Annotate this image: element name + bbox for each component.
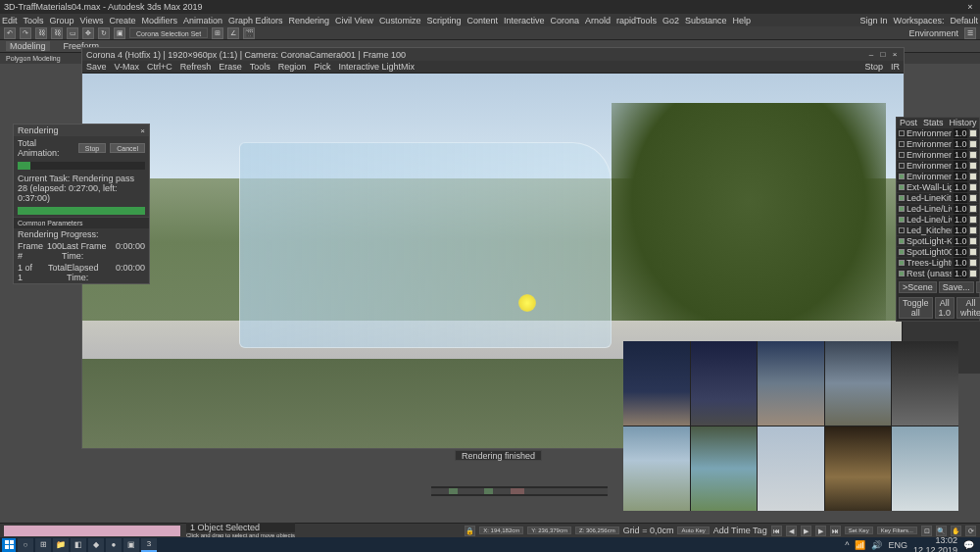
tray-volume-icon[interactable]: 🔊 bbox=[871, 540, 882, 550]
vfb-erase-button[interactable]: Erase bbox=[219, 62, 242, 72]
lightmix-row[interactable]: SpotLight0031.0 bbox=[897, 247, 979, 258]
timeline-key[interactable] bbox=[484, 488, 493, 494]
lightmix-row[interactable]: Rest (unassigned)1.0 bbox=[897, 269, 979, 279]
light-intensity[interactable]: 1.0 bbox=[954, 247, 967, 257]
vfb-copy-button[interactable]: Ctrl+C bbox=[147, 62, 172, 72]
render-button[interactable]: 🎬 bbox=[243, 27, 255, 39]
menu-arnold[interactable]: Arnold bbox=[585, 16, 611, 25]
play-prev-icon[interactable]: ◀ bbox=[786, 526, 797, 536]
stop-button[interactable]: Stop bbox=[78, 143, 106, 153]
light-intensity[interactable]: 1.0 bbox=[954, 204, 967, 214]
timeline[interactable] bbox=[431, 486, 608, 496]
lightmix-row[interactable]: Environment - Map #21.0 bbox=[897, 172, 979, 182]
taskbar-explorer-icon[interactable]: 📁 bbox=[53, 538, 69, 552]
redo-button[interactable]: ↷ bbox=[20, 27, 31, 39]
menu-rapidtools[interactable]: rapidTools bbox=[616, 16, 657, 25]
rotate-button[interactable]: ↻ bbox=[98, 27, 110, 39]
menu-tools[interactable]: Tools bbox=[24, 16, 44, 25]
coord-x[interactable]: X: 194,182cm bbox=[479, 527, 523, 534]
light-intensity[interactable]: 1.0 bbox=[954, 236, 967, 246]
keyfilters-button[interactable]: Key Filters... bbox=[877, 527, 917, 534]
thumbnail[interactable] bbox=[892, 341, 958, 426]
minimize-icon[interactable]: – bbox=[866, 50, 876, 60]
ribbon-tab-modeling[interactable]: Modeling bbox=[6, 41, 50, 51]
select-button[interactable]: ▭ bbox=[67, 27, 78, 39]
timeline-key[interactable] bbox=[511, 488, 524, 494]
play-end-icon[interactable]: ⏭ bbox=[830, 526, 841, 536]
menu-rendering[interactable]: Rendering bbox=[289, 16, 330, 25]
play-start-icon[interactable]: ⏮ bbox=[771, 526, 782, 536]
color-swatch[interactable] bbox=[969, 226, 977, 234]
thumbnail[interactable] bbox=[623, 427, 690, 511]
light-intensity[interactable]: 1.0 bbox=[954, 172, 967, 181]
common-params-section[interactable]: Common Parameters bbox=[14, 217, 149, 228]
close-icon[interactable]: × bbox=[140, 126, 145, 135]
color-swatch[interactable] bbox=[969, 173, 977, 180]
color-swatch[interactable] bbox=[969, 129, 977, 137]
start-button[interactable] bbox=[2, 538, 16, 552]
link-button[interactable]: ⛓ bbox=[35, 27, 47, 39]
menu-modifiers[interactable]: Modifiers bbox=[141, 16, 177, 25]
menu-views[interactable]: Views bbox=[80, 16, 104, 25]
tab-stats[interactable]: Stats bbox=[920, 118, 947, 128]
vfb-pick-button[interactable]: Pick bbox=[314, 62, 330, 72]
light-intensity[interactable]: 1.0 bbox=[954, 150, 967, 160]
color-swatch[interactable] bbox=[969, 259, 977, 267]
lightmix-row[interactable]: Trees-Light0011.0 bbox=[897, 258, 979, 269]
play-icon[interactable]: ▶ bbox=[801, 526, 811, 536]
taskbar-3dsmax-icon[interactable]: 3 bbox=[141, 538, 157, 552]
checkbox[interactable] bbox=[899, 152, 905, 158]
timetag-button[interactable]: Add Time Tag bbox=[713, 526, 767, 535]
checkbox[interactable] bbox=[899, 174, 905, 179]
maximize-icon[interactable]: □ bbox=[878, 50, 888, 60]
tray-time[interactable]: 13:02 bbox=[913, 535, 957, 545]
unlink-button[interactable]: ⛓ bbox=[51, 27, 63, 39]
vfb-ir-button[interactable]: IR bbox=[891, 62, 900, 72]
setkey-button[interactable]: Set Key bbox=[845, 527, 873, 534]
menu-go2[interactable]: Go2 bbox=[662, 16, 679, 25]
lock-icon[interactable]: 🔒 bbox=[465, 526, 475, 536]
angle-snap-button[interactable]: ∠ bbox=[227, 27, 239, 39]
vfb-stop-button[interactable]: Stop bbox=[864, 62, 883, 72]
color-swatch[interactable] bbox=[969, 151, 977, 159]
close-icon[interactable]: × bbox=[890, 50, 900, 60]
color-swatch[interactable] bbox=[969, 216, 977, 224]
lightmix-row[interactable]: Environment - Map #21.0 bbox=[897, 161, 979, 172]
selection-set[interactable]: Corona Selection Set bbox=[129, 27, 208, 38]
thumbnail[interactable] bbox=[892, 427, 958, 511]
checkbox[interactable] bbox=[899, 249, 905, 255]
checkbox[interactable] bbox=[899, 217, 905, 223]
lightmix-scene-button[interactable]: >Scene bbox=[899, 281, 937, 293]
vfb-refresh-button[interactable]: Refresh bbox=[180, 62, 212, 72]
vfb-tools-button[interactable]: Tools bbox=[250, 62, 270, 72]
workspaces-select[interactable]: Default bbox=[950, 16, 978, 25]
tab-post[interactable]: Post bbox=[897, 118, 920, 128]
taskbar-app-icon[interactable]: ● bbox=[106, 538, 122, 552]
checkbox[interactable] bbox=[899, 206, 905, 212]
menu-civil-view[interactable]: Civil View bbox=[335, 16, 373, 25]
taskbar-app-icon[interactable]: ◧ bbox=[71, 538, 86, 552]
timeline-track[interactable] bbox=[431, 488, 608, 494]
checkbox[interactable] bbox=[899, 227, 905, 233]
lightmix-save-button[interactable]: Save... bbox=[939, 281, 974, 293]
light-intensity[interactable]: 1.0 bbox=[954, 128, 967, 138]
play-next-icon[interactable]: ▶ bbox=[815, 526, 826, 536]
checkbox[interactable] bbox=[899, 195, 905, 201]
menu-customize[interactable]: Customize bbox=[379, 16, 421, 25]
autokey-button[interactable]: Auto Key bbox=[677, 527, 709, 534]
vfb-vmax-button[interactable]: V-Max bbox=[115, 62, 140, 72]
menu-edit[interactable]: Edit bbox=[2, 16, 18, 25]
color-swatch[interactable] bbox=[969, 162, 977, 170]
light-intensity[interactable]: 1.0 bbox=[954, 161, 967, 171]
lightmix-row[interactable]: Led_KitchenCounter1.0 bbox=[897, 226, 979, 236]
taskbar-taskview-icon[interactable]: ⊞ bbox=[35, 538, 51, 552]
maxscript-listener[interactable] bbox=[4, 526, 180, 536]
undo-button[interactable]: ↶ bbox=[4, 27, 16, 39]
lightmix-row[interactable]: Ext-Wall-Light1.0 bbox=[897, 182, 979, 193]
vfb-titlebar[interactable]: Corona 4 (Hotfix 1) | 1920×960px (1:1) |… bbox=[82, 48, 904, 61]
snap-button[interactable]: ⊞ bbox=[212, 27, 223, 39]
color-swatch[interactable] bbox=[969, 270, 977, 277]
thumbnail[interactable] bbox=[691, 427, 758, 511]
color-swatch[interactable] bbox=[969, 248, 977, 256]
close-icon[interactable]: × bbox=[964, 2, 976, 12]
